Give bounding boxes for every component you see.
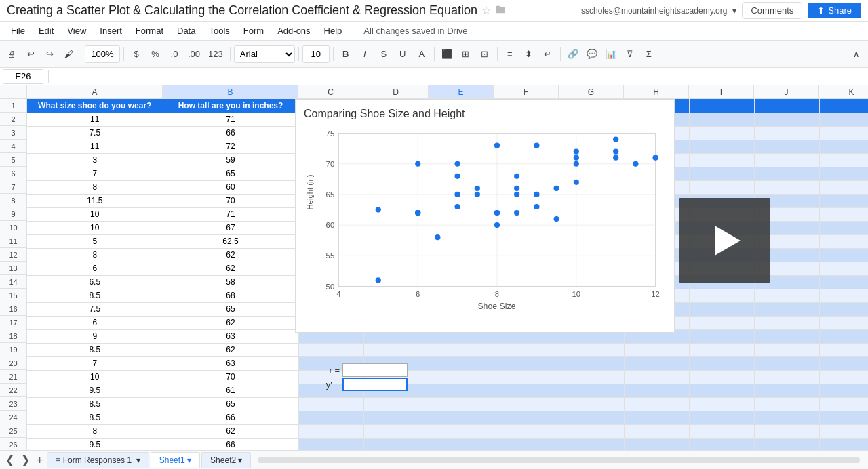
cell-2-j[interactable]	[754, 113, 819, 126]
cell-7-i[interactable]	[689, 180, 754, 194]
cell-24-f[interactable]	[494, 411, 559, 424]
link-button[interactable]: 🔗	[564, 45, 582, 64]
redo-button[interactable]: ↪	[41, 45, 58, 64]
cell-21-f[interactable]	[494, 370, 559, 384]
cell-12-b[interactable]: 62	[163, 248, 298, 262]
cell-19-f[interactable]	[494, 343, 559, 356]
cell-11-k[interactable]	[819, 234, 868, 248]
cell-5-k[interactable]	[819, 153, 868, 167]
cell-26-i[interactable]	[689, 438, 754, 451]
cell-5-b[interactable]: 59	[163, 153, 298, 167]
cell-14-a[interactable]: 6.5	[27, 275, 163, 289]
merge-button[interactable]: ⊡	[476, 45, 494, 64]
cell-23-a[interactable]: 8.5	[27, 397, 163, 411]
cell-7-a[interactable]: 8	[27, 180, 163, 194]
cell-25-d[interactable]	[363, 424, 429, 438]
col-header-k[interactable]: K	[819, 85, 868, 98]
cell-19-c[interactable]	[298, 343, 363, 356]
cell-24-i[interactable]	[689, 411, 754, 424]
cell-19-g[interactable]	[559, 343, 624, 356]
cell-25-b[interactable]: 62	[163, 424, 298, 438]
cell-21-b[interactable]: 70	[163, 370, 298, 384]
cell-10-b[interactable]: 67	[163, 221, 298, 234]
cell-15-j[interactable]	[754, 289, 819, 302]
undo-button[interactable]: ↩	[22, 45, 39, 64]
underline-button[interactable]: U	[394, 45, 412, 64]
menu-tools[interactable]: Tools	[203, 24, 235, 37]
sheet-add-btn[interactable]: +	[34, 453, 45, 468]
cell-25-c[interactable]	[298, 424, 363, 438]
cell-17-i[interactable]	[689, 316, 754, 329]
cell-3-i[interactable]	[689, 126, 754, 140]
decimal-increase-button[interactable]: .00	[184, 45, 203, 64]
currency-button[interactable]: $	[127, 45, 145, 64]
cell-25-j[interactable]	[754, 424, 819, 438]
cell-13-k[interactable]	[819, 262, 868, 275]
cell-24-g[interactable]	[559, 411, 624, 424]
col-header-e[interactable]: E	[429, 85, 494, 98]
cell-11-b[interactable]: 62.5	[163, 234, 298, 248]
cell-8-b[interactable]: 70	[163, 194, 298, 207]
cell-4-a[interactable]: 11	[27, 140, 163, 153]
cell-3-k[interactable]	[819, 126, 868, 140]
cell-26-k[interactable]	[819, 438, 868, 451]
sheet-tab-sheet2[interactable]: Sheet2 ▾	[201, 452, 251, 468]
cell-19-k[interactable]	[819, 343, 868, 356]
print-button[interactable]: 🖨	[3, 45, 20, 64]
cell-18-j[interactable]	[754, 329, 819, 343]
cell-25-k[interactable]	[819, 424, 868, 438]
cell-22-f[interactable]	[494, 384, 559, 397]
cell-25-g[interactable]	[559, 424, 624, 438]
cell-24-c[interactable]	[298, 411, 363, 424]
cell-22-b[interactable]: 61	[163, 384, 298, 397]
cell-5-j[interactable]	[754, 153, 819, 167]
strikethrough-button[interactable]: S	[375, 45, 393, 64]
cell-18-b[interactable]: 63	[163, 329, 298, 343]
comment-button[interactable]: 💬	[583, 45, 601, 64]
cell-24-k[interactable]	[819, 411, 868, 424]
cell-23-b[interactable]: 65	[163, 397, 298, 411]
valign-button[interactable]: ⬍	[520, 45, 538, 64]
paint-format-button[interactable]: 🖌	[60, 45, 77, 64]
wrap-button[interactable]: ↵	[539, 45, 557, 64]
cell-17-j[interactable]	[754, 316, 819, 329]
cell-19-j[interactable]	[754, 343, 819, 356]
doc-title[interactable]: Creating a Scatter Plot & Calculating th…	[7, 3, 477, 18]
chart-button[interactable]: 📊	[602, 45, 620, 64]
cell-4-i[interactable]	[689, 140, 754, 153]
filter-button[interactable]: ⊽	[621, 45, 639, 64]
cell-1-k[interactable]	[819, 99, 868, 113]
cell-26-b[interactable]: 66	[163, 438, 298, 451]
table-row[interactable]: 862	[27, 424, 868, 438]
cell-20-h[interactable]	[624, 356, 689, 370]
cell-23-j[interactable]	[754, 397, 819, 411]
cell-21-g[interactable]	[559, 370, 624, 384]
cell-20-k[interactable]	[819, 356, 868, 370]
text-color-button[interactable]: A	[413, 45, 431, 64]
cell-1-b[interactable]: How tall are you in inches?	[163, 99, 298, 113]
menu-help[interactable]: Help	[319, 24, 348, 37]
table-row[interactable]: 1070	[27, 370, 868, 384]
sheet-nav-next[interactable]: ❯	[18, 452, 33, 468]
cell-16-k[interactable]	[819, 302, 868, 316]
cell-17-k[interactable]	[819, 316, 868, 329]
table-row[interactable]: 9.566	[27, 438, 868, 451]
play-button[interactable]	[715, 226, 741, 256]
cell-18-a[interactable]: 9	[27, 329, 163, 343]
cell-23-k[interactable]	[819, 397, 868, 411]
sheet-nav-prev[interactable]: ❮	[3, 452, 17, 468]
cell-19-e[interactable]	[429, 343, 494, 356]
cell-20-j[interactable]	[754, 356, 819, 370]
col-header-j[interactable]: J	[754, 85, 819, 98]
cell-22-i[interactable]	[689, 384, 754, 397]
menu-file[interactable]: File	[5, 24, 31, 37]
font-family-select[interactable]: Arial	[234, 45, 295, 63]
cell-26-a[interactable]: 9.5	[27, 438, 163, 451]
cell-22-g[interactable]	[559, 384, 624, 397]
cell-21-i[interactable]	[689, 370, 754, 384]
cell-23-e[interactable]	[429, 397, 494, 411]
col-header-b[interactable]: B	[163, 85, 298, 98]
cell-22-k[interactable]	[819, 384, 868, 397]
function-button[interactable]: Σ	[640, 45, 658, 64]
cell-3-b[interactable]: 66	[163, 126, 298, 140]
